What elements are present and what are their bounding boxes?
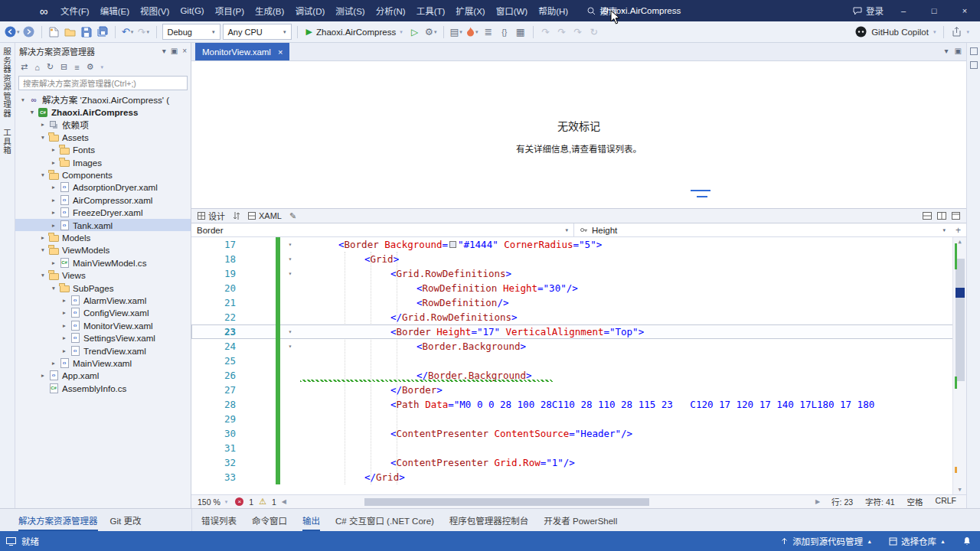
expander-icon[interactable]: ▸ bbox=[49, 159, 58, 166]
save-all-button[interactable] bbox=[96, 24, 109, 41]
property-dropdown[interactable]: Height ▾ + bbox=[574, 223, 966, 236]
toolbox-vertical-tab[interactable]: 工具箱 bbox=[2, 129, 13, 155]
menu-extensions[interactable]: 扩展(X) bbox=[450, 0, 490, 21]
warning-badge-icon[interactable]: ⚠ bbox=[259, 497, 266, 507]
eol-indicator[interactable]: CRLF bbox=[936, 496, 956, 507]
code-line-30[interactable]: 30<ContentPresenter ContentSource="Heade… bbox=[191, 426, 966, 441]
right-margin-icon[interactable] bbox=[970, 47, 978, 55]
code-line-17[interactable]: 17▾<Border Background="#1444" CornerRadi… bbox=[191, 237, 966, 252]
expander-icon[interactable]: ▸ bbox=[38, 234, 47, 241]
navigate-back-button[interactable]: ▾ bbox=[5, 24, 20, 41]
tree-item-assemblyinfo[interactable]: C#AssemblyInfo.cs bbox=[15, 382, 191, 394]
save-button[interactable] bbox=[80, 24, 93, 41]
code-line-20[interactable]: 20<RowDefinition Height="30"/> bbox=[191, 281, 966, 295]
scrollbar-thumb[interactable] bbox=[364, 498, 649, 506]
expander-icon[interactable]: ▸ bbox=[49, 146, 58, 153]
expander-icon[interactable]: ▸ bbox=[49, 360, 58, 367]
tree-item-trendview[interactable]: ▸‹›TrendView.xaml bbox=[15, 344, 191, 357]
close-button[interactable]: × bbox=[949, 0, 980, 21]
step-into-button[interactable]: ↷ bbox=[539, 24, 553, 41]
restart-button[interactable]: ↻ bbox=[587, 24, 601, 41]
expander-icon[interactable]: ▾ bbox=[38, 246, 47, 253]
fold-chevron-icon[interactable]: ▾ bbox=[280, 339, 300, 354]
xaml-view-button[interactable]: XAML bbox=[248, 211, 282, 220]
add-to-source-control-button[interactable]: 添加到源代码管理 ▲ bbox=[772, 531, 880, 551]
expander-icon[interactable]: ▸ bbox=[49, 222, 58, 229]
code-line-18[interactable]: 18▾<Grid> bbox=[191, 252, 966, 266]
minimize-button[interactable]: – bbox=[888, 0, 919, 21]
scroll-right-icon[interactable]: ▶ bbox=[815, 498, 820, 505]
expander-icon[interactable]: ▸ bbox=[38, 121, 47, 128]
menu-test[interactable]: 测试(S) bbox=[330, 0, 370, 21]
menu-project[interactable]: 项目(P) bbox=[210, 0, 250, 21]
menu-analyze[interactable]: 分析(N) bbox=[371, 0, 411, 21]
code-line-27[interactable]: 27</Border> bbox=[191, 383, 966, 397]
tree-item-appxaml[interactable]: ▸‹›App.xaml bbox=[15, 370, 191, 382]
chevron-down-icon[interactable]: ▾ bbox=[945, 47, 949, 55]
code-line-29[interactable]: 29 bbox=[191, 412, 966, 426]
open-file-button[interactable] bbox=[64, 24, 77, 41]
tab-package-manager-console[interactable]: 程序包管理器控制台 bbox=[449, 509, 529, 531]
attribute-brackets-button[interactable]: {} bbox=[498, 24, 511, 41]
scroll-left-icon[interactable]: ◀ bbox=[282, 498, 286, 505]
tree-item-components[interactable]: ▾Components bbox=[15, 168, 191, 181]
tree-item-views[interactable]: ▾Views bbox=[15, 269, 191, 281]
zoom-combo[interactable]: 150 %▾ bbox=[195, 497, 230, 507]
background-tasks-icon[interactable] bbox=[6, 537, 16, 546]
pin-icon[interactable]: ▣ bbox=[171, 47, 178, 55]
window-layout-button[interactable]: ▤▾ bbox=[449, 24, 463, 41]
code-line-23-current[interactable]: 23▾<Border Height="17" VerticalAlignment… bbox=[191, 324, 966, 339]
start-debugging-button[interactable]: ▶ Zhaoxi.AirCompress ▾ bbox=[303, 24, 406, 41]
maximize-button[interactable]: □ bbox=[919, 0, 949, 21]
chevron-down-icon[interactable]: ▾ bbox=[162, 47, 166, 55]
tree-item-mainview[interactable]: ▸‹›MainView.xaml bbox=[15, 357, 191, 369]
step-over-button[interactable]: ↷ bbox=[555, 24, 569, 41]
scrollbar-thumb[interactable] bbox=[956, 259, 965, 381]
design-view-button[interactable]: 设计 bbox=[198, 210, 225, 222]
code-line-33[interactable]: 33</Grid> bbox=[191, 470, 966, 484]
step-out-button[interactable]: ↷ bbox=[571, 24, 585, 41]
tab-csharp-interactive[interactable]: C# 交互窗口 (.NET Core) bbox=[335, 509, 434, 531]
close-icon[interactable]: × bbox=[278, 47, 283, 57]
notifications-button[interactable] bbox=[954, 531, 980, 551]
expander-icon[interactable]: ▾ bbox=[28, 109, 37, 116]
chevron-down-icon[interactable]: ▾ bbox=[101, 64, 104, 70]
expander-icon[interactable]: ▸ bbox=[49, 197, 58, 204]
code-line-19[interactable]: 19▾<Grid.RowDefinitions> bbox=[191, 266, 966, 281]
tree-item-dependencies[interactable]: ▸依赖项 bbox=[15, 119, 191, 131]
menu-window[interactable]: 窗口(W) bbox=[491, 0, 534, 21]
color-swatch[interactable] bbox=[449, 241, 456, 248]
hot-reload-button[interactable]: ▾ bbox=[466, 24, 479, 41]
tab-error-list[interactable]: 错误列表 bbox=[201, 509, 237, 531]
split-vertical-icon[interactable] bbox=[937, 212, 946, 220]
tree-item-alarmview[interactable]: ▸‹›AlarmView.xaml bbox=[15, 294, 191, 306]
close-icon[interactable]: × bbox=[182, 47, 187, 55]
solution-platform-combo[interactable]: Any CPU ▾ bbox=[223, 24, 292, 40]
space-indicator[interactable]: 空格 bbox=[907, 496, 923, 507]
github-copilot-button[interactable]: GitHub Copilot ▾ ▾ bbox=[855, 26, 975, 38]
tree-item-models[interactable]: ▸Models bbox=[15, 231, 191, 243]
navigate-forward-button[interactable] bbox=[22, 24, 36, 41]
tree-item-fonts[interactable]: ▸Fonts bbox=[15, 144, 191, 156]
right-margin-icon[interactable] bbox=[970, 61, 978, 69]
tree-item-monitorview[interactable]: ▸‹›MonitorView.xaml bbox=[15, 319, 191, 331]
code-line-22[interactable]: 22</Grid.RowDefinitions> bbox=[191, 310, 966, 324]
feedback-signin[interactable]: 登录 bbox=[853, 5, 884, 17]
tree-item-project[interactable]: ▾C#Zhaoxi.AirCompress bbox=[15, 106, 191, 118]
fold-chevron-icon[interactable]: ▾ bbox=[280, 266, 300, 281]
redo-button[interactable]: ↷▾ bbox=[137, 24, 151, 41]
menu-help[interactable]: 帮助(H) bbox=[533, 0, 573, 21]
code-line-31[interactable]: 31 bbox=[191, 441, 966, 455]
code-line-28[interactable]: 28<Path Data="M0 0 0 28 100 28C110 28 11… bbox=[191, 397, 966, 412]
expander-icon[interactable]: ▾ bbox=[38, 134, 47, 141]
vertical-scrollbar[interactable]: ▲ ▼ bbox=[952, 237, 966, 494]
expander-icon[interactable]: ▸ bbox=[38, 372, 47, 379]
expander-icon[interactable]: ▸ bbox=[60, 309, 69, 316]
expander-icon[interactable]: ▸ bbox=[49, 184, 58, 191]
document-well-options-icon[interactable]: ▣ bbox=[955, 47, 962, 55]
expander-icon[interactable]: ▾ bbox=[49, 285, 58, 292]
tab-git-changes[interactable]: Git 更改 bbox=[110, 509, 142, 531]
code-line-25[interactable]: 25 bbox=[191, 354, 966, 368]
show-all-files-icon[interactable]: ≡ bbox=[74, 63, 79, 72]
expander-icon[interactable]: ▸ bbox=[60, 297, 69, 304]
